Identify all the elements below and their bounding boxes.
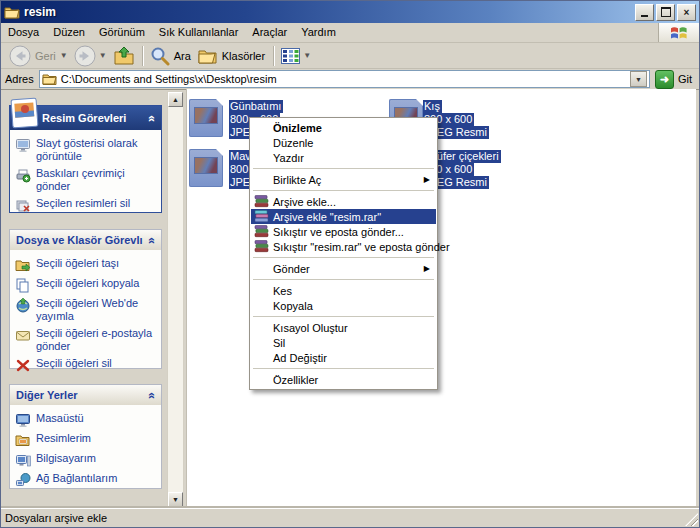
collapse-chevron-icon[interactable]: » <box>145 392 159 399</box>
context-item-rename[interactable]: Ad Değiştir <box>251 350 436 365</box>
copy-icon <box>15 277 31 293</box>
menubar: Dosya Düzen Görünüm Sık Kullanılanlar Ar… <box>1 23 699 43</box>
context-item-delete[interactable]: Sil <box>251 335 436 350</box>
sidebar-item-label: Slayt gösterisi olarak görüntüle <box>36 137 157 163</box>
folders-label: Klasörler <box>222 50 265 62</box>
file-tasks-header[interactable]: Dosya ve Klasör Görevlı » <box>10 230 161 250</box>
sidebar-item-label: Seçili öğeleri Web'de yayımla <box>36 297 157 323</box>
menu-yardim[interactable]: Yardım <box>294 23 343 42</box>
back-label: Geri <box>35 50 56 62</box>
menu-separator <box>253 368 434 369</box>
views-button[interactable]: ▼ <box>278 47 314 65</box>
sidebar-item-my-computer[interactable]: Bilgisayarım <box>15 452 157 468</box>
go-label: Git <box>678 73 692 85</box>
views-dropdown-icon[interactable]: ▼ <box>303 52 311 60</box>
explorer-window: resim × Dosya Düzen Görünüm Sık Kullanıl… <box>0 0 700 528</box>
back-button[interactable]: Geri ▼ <box>6 44 71 68</box>
print-online-icon <box>15 167 31 183</box>
other-places-title: Diğer Yerler <box>16 389 78 401</box>
file-icon-mavi-tepeler[interactable] <box>189 149 223 187</box>
context-item-zip-named-and-email[interactable]: Sıkıştır "resim.rar" ve eposta gönder <box>251 239 436 254</box>
sidebar-item-publish-web[interactable]: Seçili öğeleri Web'de yayımla <box>15 297 157 323</box>
sidebar-item-copy[interactable]: Seçili öğeleri kopyala <box>15 277 157 293</box>
menu-sik-kullanilanlar[interactable]: Sık Kullanılanlar <box>152 23 246 42</box>
menu-araclar[interactable]: Araçlar <box>245 23 294 42</box>
forward-icon <box>74 45 96 67</box>
sidebar-item-email[interactable]: Seçili öğeleri e-postayla gönder <box>15 327 157 353</box>
minimize-button[interactable] <box>635 4 654 21</box>
folder-icon <box>4 5 20 19</box>
resize-grip[interactable] <box>685 513 698 526</box>
collapse-chevron-icon[interactable]: » <box>145 115 159 122</box>
slideshow-icon <box>15 137 31 153</box>
sidebar-item-label: Bilgisayarım <box>36 452 96 468</box>
search-button[interactable]: Ara <box>147 45 195 67</box>
titlebar: resim × <box>1 1 699 23</box>
scroll-up-button[interactable]: ▲ <box>168 92 183 107</box>
collapse-chevron-icon[interactable]: » <box>145 237 159 244</box>
sidebar-item-network[interactable]: Ağ Bağlantılarım <box>15 472 157 488</box>
go-button[interactable]: ➜ Git <box>655 70 695 89</box>
context-item-properties[interactable]: Özellikler <box>251 372 436 387</box>
menu-dosya[interactable]: Dosya <box>1 23 46 42</box>
scroll-down-button[interactable]: ▼ <box>168 492 183 507</box>
address-dropdown-button[interactable]: ▼ <box>630 71 647 87</box>
file-icon-gunbatimi[interactable] <box>189 99 223 137</box>
context-item-edit[interactable]: Düzenle <box>251 135 436 150</box>
file-tasks-panel: Dosya ve Klasör Görevlı » Seçili öğeleri… <box>9 229 162 369</box>
back-dropdown-icon[interactable]: ▼ <box>60 52 68 60</box>
context-item-add-to-archive[interactable]: Arşive ekle... <box>251 194 436 209</box>
menu-separator <box>253 168 434 169</box>
address-label: Adres <box>5 73 34 85</box>
sidebar-item-delete-pictures[interactable]: Seçilen resimleri sil <box>15 197 157 213</box>
search-icon <box>150 46 170 66</box>
sidebar-scrollbar[interactable]: ▲ ▼ <box>167 91 184 508</box>
context-item-label: Birlikte Aç <box>273 174 321 186</box>
addressbar: Adres C:\Documents and Settings\x\Deskto… <box>1 69 699 90</box>
context-item-cut[interactable]: Kes <box>251 283 436 298</box>
other-places-panel: Diğer Yerler » Masaüstü Resimlerim Bilgi… <box>9 384 162 489</box>
forward-button[interactable]: ▼ <box>71 44 110 68</box>
close-button[interactable]: × <box>677 4 696 21</box>
menu-gorunum[interactable]: Görünüm <box>92 23 152 42</box>
maximize-icon <box>661 7 671 17</box>
context-item-add-to-archive-named[interactable]: Arşive ekle "resim.rar" <box>251 209 436 224</box>
context-item-label: Arşive ekle... <box>273 196 336 208</box>
sidebar-item-order-prints[interactable]: Baskıları çevrimiçi gönder <box>15 167 157 193</box>
sidebar-item-label: Seçili öğeleri taşı <box>36 257 119 273</box>
folders-button[interactable]: Klasörler <box>195 46 269 66</box>
sidebar-item-my-pictures[interactable]: Resimlerim <box>15 432 157 448</box>
sidebar-item-slideshow[interactable]: Slayt gösterisi olarak görüntüle <box>15 137 157 163</box>
views-icon <box>281 48 300 64</box>
context-item-zip-and-email[interactable]: Sıkıştır ve eposta gönder... <box>251 224 436 239</box>
go-arrow-icon: ➜ <box>655 70 674 89</box>
context-item-print[interactable]: Yazdır <box>251 150 436 165</box>
sidebar-item-desktop[interactable]: Masaüstü <box>15 412 157 428</box>
maximize-button[interactable] <box>656 4 675 21</box>
close-icon: × <box>684 7 690 18</box>
file-name[interactable]: Günbatımı <box>229 100 283 113</box>
sidebar-item-label: Baskıları çevrimiçi gönder <box>36 167 157 193</box>
context-item-open-with[interactable]: Birlikte Aç ▶ <box>251 172 436 187</box>
up-button[interactable] <box>110 45 138 67</box>
forward-dropdown-icon[interactable]: ▼ <box>99 52 107 60</box>
sidebar-item-delete[interactable]: Seçili öğeleri sil <box>15 357 157 373</box>
other-places-header[interactable]: Diğer Yerler » <box>10 385 161 405</box>
file-name[interactable]: Kış <box>423 100 442 113</box>
search-label: Ara <box>174 50 191 62</box>
context-item-copy[interactable]: Kopyala <box>251 298 436 313</box>
sidebar-item-label: Masaüstü <box>36 412 84 428</box>
context-item-send-to[interactable]: Gönder ▶ <box>251 261 436 276</box>
file-tasks-title: Dosya ve Klasör Görevlı <box>16 234 143 246</box>
winrar-icon <box>254 240 269 253</box>
sidebar-item-move[interactable]: Seçili öğeleri taşı <box>15 257 157 273</box>
menu-duzen[interactable]: Düzen <box>46 23 92 42</box>
context-item-preview[interactable]: Önizleme <box>251 120 436 135</box>
context-item-create-shortcut[interactable]: Kısayol Oluştur <box>251 320 436 335</box>
address-input[interactable]: C:\Documents and Settings\x\Desktop\resi… <box>39 70 650 88</box>
sidebar-item-label: Ağ Bağlantılarım <box>36 472 117 488</box>
winrar-icon <box>254 225 269 238</box>
desktop-icon <box>15 412 31 428</box>
folder-up-icon <box>113 46 135 66</box>
toolbar-separator <box>142 46 143 66</box>
